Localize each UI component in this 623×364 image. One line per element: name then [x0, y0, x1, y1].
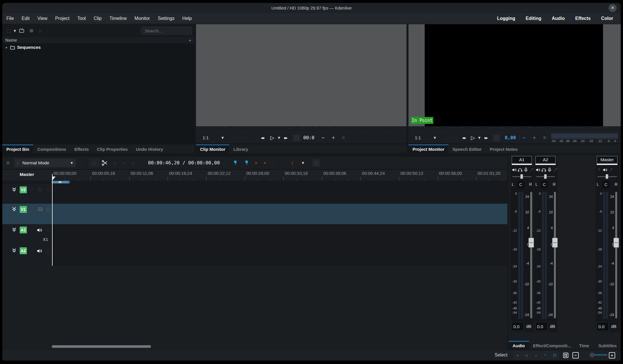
pan-handle[interactable] — [544, 174, 547, 179]
pan-handle[interactable] — [520, 174, 523, 179]
marker-in-icon[interactable] — [234, 161, 236, 163]
timeline-empty-area[interactable] — [2, 266, 507, 352]
save-zone-button[interactable]: ▣ — [523, 352, 531, 359]
mixer-strip-name[interactable]: A2 — [535, 156, 556, 164]
menu-settings[interactable]: Settings — [158, 16, 175, 21]
playhead-line[interactable] — [52, 174, 53, 266]
tab-subtitles[interactable]: Subtitles — [594, 341, 621, 350]
workspace-button-color[interactable]: Color — [601, 16, 613, 21]
timeline-menu-icon[interactable]: ≡ — [6, 157, 10, 169]
workspace-button-logging[interactable]: Logging — [497, 16, 515, 21]
effects-icon[interactable] — [608, 167, 613, 172]
playhead-handle[interactable] — [52, 177, 56, 181]
effects-icon[interactable] — [29, 187, 34, 192]
volume-value-input[interactable]: 0.0 — [597, 322, 609, 331]
frame-back-icon[interactable]: − — [523, 132, 526, 143]
zone-toggle-button[interactable] — [550, 352, 559, 359]
track-target-badge[interactable]: V1 — [20, 206, 27, 213]
play-dropdown-icon[interactable]: ▾ — [478, 132, 480, 143]
timeline-horizontal-scrollbar[interactable] — [52, 345, 151, 348]
monitor-menu-icon[interactable]: ≡ — [543, 132, 546, 143]
frame-forward-icon[interactable]: + — [332, 132, 335, 143]
track-row-v1[interactable]: V1 — [2, 204, 507, 224]
mute-track-icon[interactable] — [36, 248, 42, 254]
workspace-button-editing[interactable]: Editing — [526, 16, 541, 21]
timeline-zoombar[interactable] — [52, 181, 70, 183]
tab-time-r[interactable]: Time R... — [575, 341, 594, 350]
tag-toggle-button[interactable]: ◆ — [513, 352, 522, 359]
delete-in-icon[interactable]: ✕ — [255, 157, 257, 169]
collapse-track-icon[interactable] — [12, 187, 17, 192]
effects-icon[interactable] — [29, 207, 34, 211]
hide-track-icon[interactable] — [38, 207, 43, 212]
master-menu-icon[interactable]: ≡ — [5, 172, 7, 177]
project-monitor-seek-ruler[interactable] — [408, 126, 621, 132]
zoombar-end-cap[interactable] — [68, 181, 70, 183]
solo-icon[interactable] — [541, 167, 546, 172]
collapse-icon[interactable] — [597, 167, 602, 172]
create-folder-icon[interactable] — [19, 28, 25, 34]
effects-icon[interactable] — [529, 167, 534, 172]
track-row-v2[interactable]: V2 — [2, 184, 507, 204]
menu-clip[interactable]: Clip — [94, 16, 102, 21]
zoom-out-icon[interactable]: − — [572, 352, 579, 359]
record-dropdown-icon[interactable]: ▾ — [302, 157, 304, 169]
zoom-slider-handle[interactable] — [590, 353, 594, 357]
track-target-badge[interactable]: A1 — [20, 226, 27, 233]
hide-track-icon[interactable] — [38, 187, 43, 192]
frame-forward-icon[interactable]: + — [533, 132, 536, 143]
effects-icon[interactable] — [29, 227, 34, 232]
mixer-strip-name[interactable]: A1 — [512, 156, 532, 164]
lock-track-icon[interactable] — [46, 248, 51, 253]
menu-monitor[interactable]: Monitor — [134, 16, 150, 21]
lock-track-icon[interactable] — [46, 227, 51, 232]
rewind-icon[interactable]: ◂◂ — [261, 132, 263, 143]
delete-out-icon[interactable]: ✕ — [263, 157, 266, 169]
workspace-button-effects[interactable]: Effects — [575, 16, 591, 21]
tab-project-monitor[interactable]: Project Monitor — [408, 144, 448, 153]
play-icon[interactable]: ▷ — [270, 132, 274, 143]
project-monitor-video[interactable] — [425, 24, 603, 126]
tab-clip-monitor[interactable]: Clip Monitor — [196, 144, 229, 153]
menu-help[interactable]: Help — [182, 16, 192, 21]
master-track-button[interactable]: Master — [20, 172, 34, 177]
menu-project[interactable]: Project — [55, 16, 70, 21]
favorite-effect-icon[interactable]: ▢ — [223, 157, 227, 169]
zoom-dropdown-icon[interactable]: ▾ — [221, 132, 224, 143]
play-dropdown-icon[interactable]: ▾ — [278, 132, 280, 143]
zone-out-icon[interactable]: ▢ — [454, 132, 458, 143]
track-row-a1[interactable]: A1 X1 — [2, 224, 507, 245]
collapse-track-icon[interactable] — [12, 227, 17, 232]
search-input[interactable] — [142, 27, 192, 35]
lock-track-icon[interactable] — [46, 207, 51, 211]
mirror-toggle-button[interactable]: ◂▸ — [532, 352, 540, 359]
track-header-a1[interactable]: A1 X1 — [2, 224, 51, 245]
clip-monitor-seek-ruler[interactable] — [196, 126, 406, 132]
menu-edit[interactable]: Edit — [22, 16, 30, 21]
record-icon[interactable]: ( — [292, 157, 293, 169]
preview-render-button[interactable]: ▢ — [313, 159, 320, 167]
mute-icon[interactable] — [512, 167, 517, 172]
rewind-icon[interactable]: ◂◂ — [462, 132, 465, 143]
record-icon[interactable] — [523, 167, 528, 172]
fit-zoom-icon[interactable] — [563, 352, 569, 359]
tab-speech-editor[interactable]: Speech Editor — [448, 144, 486, 153]
forward-icon[interactable]: ▸▸ — [284, 132, 287, 143]
volume-fader-handle[interactable] — [613, 238, 619, 248]
menu-file[interactable]: File — [6, 16, 14, 21]
solo-icon[interactable] — [517, 167, 523, 172]
collapse-track-icon[interactable] — [12, 207, 17, 212]
tab-effect-compositi[interactable]: Effect/Compositi... — [529, 341, 575, 350]
loop-zone-button[interactable]: ▢ — [293, 134, 300, 142]
delete-icon[interactable]: ⊗ — [29, 27, 34, 34]
bin-item-sequences[interactable]: ▸ Sequences — [2, 44, 194, 51]
zoom-level-label[interactable]: 1:1 — [203, 132, 209, 143]
play-icon[interactable]: ▷ — [471, 132, 475, 143]
zone-out-icon[interactable]: ▢ — [244, 132, 247, 143]
clip-monitor-video[interactable] — [196, 24, 406, 126]
clip-timecode[interactable]: 00:0 — [303, 132, 315, 143]
timeline-ruler[interactable]: ≡ Master 00:00:00;0000:00:05;1800:00:11;… — [2, 170, 507, 181]
add-clip-icon[interactable]: ▢ — [7, 28, 11, 34]
frame-back-icon[interactable]: − — [321, 132, 325, 143]
loop-zone-button[interactable]: ▢ — [493, 134, 500, 142]
